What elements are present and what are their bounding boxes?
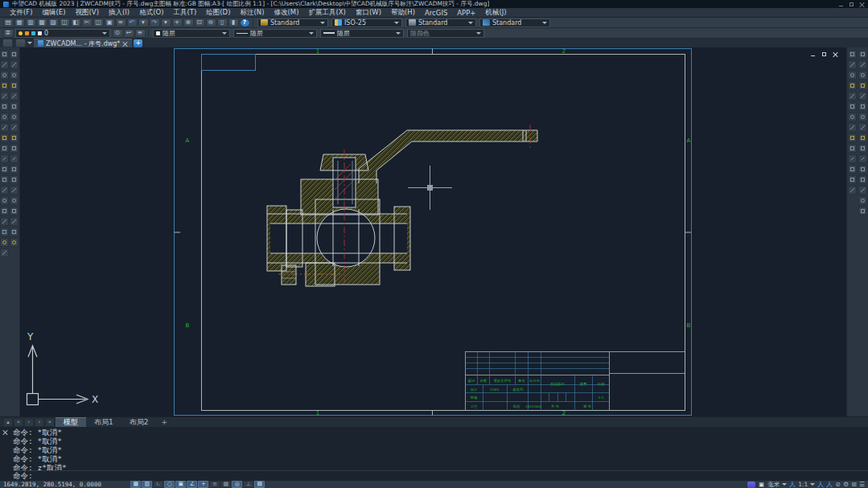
snap-toggle[interactable]: ▥: [142, 481, 152, 488]
close-tab-icon[interactable]: [122, 41, 128, 47]
multiline-text-icon[interactable]: [0, 248, 9, 257]
model-space-icon[interactable]: ▣: [758, 482, 765, 488]
new-tab-button[interactable]: +: [134, 39, 142, 47]
doc-restore-button[interactable]: [821, 51, 827, 57]
settings-gear-icon[interactable]: ⚙: [843, 482, 849, 488]
lineweight-dropdown[interactable]: 随层: [320, 29, 404, 38]
fillet-icon[interactable]: [10, 186, 19, 195]
chamfer-icon[interactable]: [10, 175, 19, 184]
dim-edit-icon[interactable]: [848, 175, 857, 184]
undo-caret-icon[interactable]: ▾: [138, 18, 149, 27]
menu-insert[interactable]: 插入(I): [104, 8, 134, 18]
plot-preview-icon[interactable]: ◫: [60, 18, 70, 27]
mleader-style-dropdown[interactable]: Standard: [479, 18, 550, 27]
scale-icon[interactable]: [10, 123, 19, 132]
layer-properties-icon[interactable]: ≣: [3, 29, 14, 38]
menu-mechanical[interactable]: 机械(J): [481, 8, 512, 18]
dim-ordinate-icon[interactable]: [848, 81, 857, 90]
osnap-toggle[interactable]: ▣: [175, 481, 186, 488]
draworder-below-icon[interactable]: [10, 238, 19, 247]
bearing-icon[interactable]: [858, 123, 867, 132]
construction-line-icon[interactable]: [0, 60, 9, 69]
open-icon[interactable]: ▦: [14, 18, 25, 27]
gear-icon[interactable]: [858, 154, 867, 163]
gradient-icon[interactable]: [0, 217, 9, 226]
edge-symbol-icon[interactable]: [858, 92, 867, 100]
weld-symbol-icon[interactable]: [858, 81, 867, 90]
command-close-icon[interactable]: [2, 429, 8, 435]
menu-tools[interactable]: 工具(T): [168, 8, 201, 18]
zoom-previous-icon[interactable]: ⊖: [206, 18, 216, 27]
redo-icon[interactable]: ↷: [150, 18, 160, 27]
region-icon[interactable]: [0, 228, 9, 236]
dim-continue-icon[interactable]: [848, 133, 857, 142]
make-object-layer-current-icon[interactable]: ⊙: [113, 29, 123, 38]
quick-leader-icon[interactable]: [848, 144, 857, 153]
title-block[interactable]: 标记 处数 更改文件号 签名 年月日 设计 Clark 标准化 审核 工艺 批准…: [466, 352, 685, 411]
fullscreen-icon[interactable]: ⊞: [851, 482, 857, 488]
draworder-back-icon[interactable]: [10, 217, 19, 226]
linetype-dropdown[interactable]: 随层: [233, 29, 317, 38]
dim-style-dropdown[interactable]: ISO-25: [331, 18, 402, 27]
point-icon[interactable]: [0, 196, 9, 205]
plotstyle-dropdown[interactable]: 随颜色: [407, 29, 484, 38]
mirror-icon[interactable]: [10, 71, 19, 80]
eraser-icon[interactable]: [15, 39, 26, 47]
add-layout-button[interactable]: +: [157, 418, 171, 426]
quick-properties-toggle[interactable]: ▤: [254, 481, 265, 488]
erase-icon[interactable]: [10, 50, 19, 59]
publish-icon[interactable]: ◧: [71, 18, 81, 27]
table-style-dropdown[interactable]: Standard: [405, 18, 476, 27]
circle-icon[interactable]: [0, 123, 9, 132]
mech-annotation-icon[interactable]: [858, 196, 867, 205]
match-properties-icon[interactable]: ≡: [116, 18, 126, 27]
tab-list-caret-icon[interactable]: [27, 42, 32, 47]
polygon-icon[interactable]: [0, 92, 9, 100]
draworder-front-icon[interactable]: [10, 207, 19, 215]
tab-model[interactable]: 模型: [56, 417, 86, 428]
menu-format[interactable]: 格式(O): [134, 8, 168, 18]
next-tab-icon[interactable]: ›: [35, 418, 44, 427]
prev-tab-icon[interactable]: ‹: [24, 418, 34, 427]
status-menu-icon[interactable]: ☰: [859, 482, 865, 488]
workspace-icon[interactable]: [747, 482, 755, 488]
isolate-objects-icon[interactable]: ⊘: [835, 482, 841, 488]
last-tab-icon[interactable]: »: [45, 418, 55, 427]
extend-icon[interactable]: [10, 154, 19, 163]
polar-toggle[interactable]: ○: [164, 481, 175, 488]
arc-icon[interactable]: [0, 113, 9, 121]
document-tab-active[interactable]: ZWCADM... - 序号.dwg*: [34, 39, 132, 47]
ball-valve-drawing[interactable]: [267, 125, 537, 286]
tab-list-icon[interactable]: ▴: [3, 418, 13, 427]
stretch-icon[interactable]: [10, 133, 19, 142]
grid-toggle[interactable]: ▦: [130, 481, 141, 488]
plot-icon[interactable]: ▨: [48, 18, 59, 27]
annotation-scale-icon[interactable]: 人: [789, 482, 796, 488]
restore-button[interactable]: [849, 2, 854, 7]
menu-app-plus[interactable]: APP+: [452, 9, 480, 17]
zoom-window-icon[interactable]: ⊡: [195, 18, 205, 27]
hatch-icon[interactable]: [0, 207, 9, 215]
offset-icon[interactable]: [10, 81, 19, 90]
rectangle-icon[interactable]: [0, 102, 9, 111]
trim-icon[interactable]: [10, 144, 19, 153]
layer-states-icon[interactable]: ≡: [135, 29, 146, 38]
minimize-button[interactable]: [838, 2, 844, 7]
tolerance-icon[interactable]: [848, 154, 857, 163]
doc-minimize-button[interactable]: [810, 51, 816, 57]
ortho-toggle[interactable]: ∟: [153, 481, 163, 488]
command-input[interactable]: 命令:: [13, 470, 868, 480]
balloon-icon[interactable]: [858, 60, 867, 69]
command-window[interactable]: 命令: *取消*命令: *取消*命令: *取消*命令: *取消*命令: z*取消…: [0, 427, 868, 480]
ellipse-arc-icon[interactable]: [0, 165, 9, 174]
tab-layout2[interactable]: 布局2: [121, 417, 157, 428]
annotation-visibility-icon[interactable]: 人: [817, 482, 824, 488]
array-icon[interactable]: [10, 92, 19, 100]
dim-baseline-icon[interactable]: [848, 123, 857, 132]
polyline-icon[interactable]: [0, 81, 9, 90]
dim-angular-icon[interactable]: [848, 113, 857, 121]
center-mark-icon[interactable]: [848, 165, 857, 174]
save-all-icon[interactable]: ▩: [37, 18, 47, 27]
ellipse-icon[interactable]: [0, 154, 9, 163]
dim-arc-icon[interactable]: [848, 71, 857, 80]
